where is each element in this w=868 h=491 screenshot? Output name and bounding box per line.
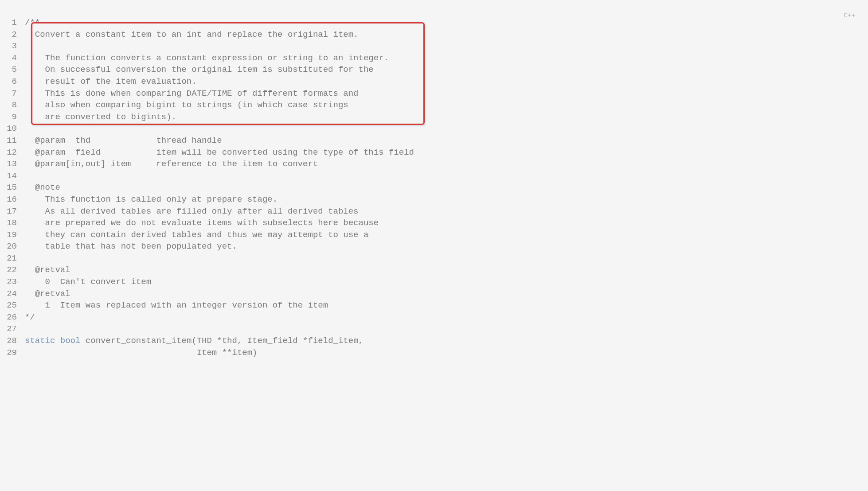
code-line[interactable]: also when comparing bigint to strings (i… [25,99,868,111]
code-line[interactable] [25,170,868,182]
code-line[interactable]: @retval [25,288,868,300]
line-number: 14 [0,170,17,182]
code-line[interactable]: 1 Item was replaced with an integer vers… [25,300,868,312]
line-number: 17 [0,206,17,218]
code-line[interactable] [25,323,868,335]
line-number: 16 [0,194,17,206]
line-number: 28 [0,335,17,347]
keyword-static: static [25,336,55,346]
line-number: 15 [0,182,17,194]
code-line[interactable]: 0 Can't convert item [25,276,868,288]
code-line[interactable]: This function is called only at prepare … [25,194,868,206]
line-number: 19 [0,229,17,241]
line-number: 3 [0,40,17,52]
code-area[interactable]: /** Convert a constant item to an int an… [25,17,868,359]
line-number: 4 [0,52,17,64]
line-number: 11 [0,135,17,147]
code-line[interactable]: static bool convert_constant_item(THD *t… [25,335,868,347]
code-line[interactable]: are converted to bigints). [25,111,868,123]
code-line[interactable]: As all derived tables are filled only af… [25,206,868,218]
line-number: 1 [0,17,17,29]
code-line[interactable] [25,253,868,265]
line-number: 10 [0,123,17,135]
line-number: 6 [0,76,17,88]
line-number: 12 [0,147,17,159]
code-line[interactable] [25,123,868,135]
line-number-gutter: 1234567891011121314151617181920212223242… [0,17,25,359]
code-line[interactable] [25,40,868,52]
code-line[interactable]: they can contain derived tables and thus… [25,229,868,241]
code-line[interactable]: Item **item) [25,347,868,359]
line-number: 21 [0,253,17,265]
code-line[interactable]: @param field item will be converted usin… [25,147,868,159]
code-line[interactable]: The function converts a constant express… [25,52,868,64]
line-number: 8 [0,99,17,111]
line-number: 26 [0,312,17,323]
line-number: 18 [0,217,17,229]
line-number: 9 [0,111,17,123]
code-line[interactable]: /** [25,17,868,29]
code-line[interactable]: Convert a constant item to an int and re… [25,29,868,41]
line-number: 7 [0,88,17,100]
code-container: 1234567891011121314151617181920212223242… [0,5,868,359]
code-line[interactable]: @note [25,182,868,194]
line-number: 29 [0,347,17,359]
code-line[interactable]: @param[in,out] item reference to the ite… [25,158,868,170]
line-number: 2 [0,29,17,41]
line-number: 5 [0,64,17,76]
line-number: 20 [0,241,17,253]
code-line[interactable]: @retval [25,264,868,276]
line-number: 25 [0,300,17,312]
line-number: 22 [0,264,17,276]
line-number: 27 [0,323,17,335]
code-line[interactable]: @param thd thread handle [25,135,868,147]
code-line[interactable]: On successful conversion the original it… [25,64,868,76]
line-number: 24 [0,288,17,300]
keyword-bool: bool [60,336,81,346]
line-number: 23 [0,276,17,288]
code-line[interactable]: This is done when comparing DATE/TIME of… [25,88,868,100]
code-line[interactable]: table that has not been populated yet. [25,241,868,253]
code-line[interactable]: */ [25,312,868,323]
code-line[interactable]: result of the item evaluation. [25,76,868,88]
code-text: convert_constant_item(THD *thd, Item_fie… [80,336,364,346]
code-line[interactable]: are prepared we do not evaluate items wi… [25,217,868,229]
line-number: 13 [0,158,17,170]
